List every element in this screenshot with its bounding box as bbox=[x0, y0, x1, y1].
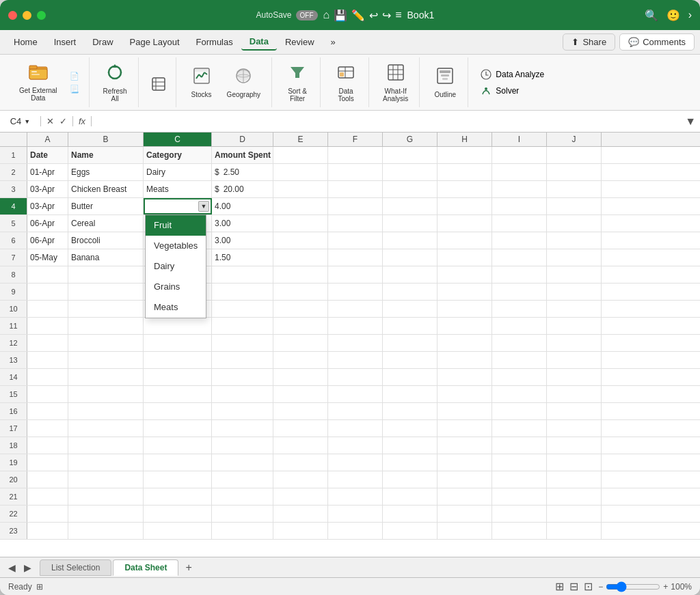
cell-g5[interactable] bbox=[383, 215, 438, 232]
cell-h5[interactable] bbox=[438, 215, 492, 232]
more-icon[interactable]: ≡ bbox=[395, 9, 401, 21]
cell-f4[interactable] bbox=[328, 198, 383, 215]
cell-reference[interactable]: C4 ▼ bbox=[0, 116, 41, 126]
cell-a7[interactable]: 05-May bbox=[27, 249, 68, 266]
cell-b4[interactable]: Butter bbox=[68, 198, 144, 215]
row-num-2[interactable]: 2 bbox=[0, 164, 27, 180]
dropdown-arrow[interactable]: ▼ bbox=[198, 201, 209, 212]
cell-i7[interactable] bbox=[492, 249, 547, 266]
cell-a4[interactable]: 03-Apr bbox=[27, 198, 68, 215]
menu-insert[interactable]: Insert bbox=[46, 34, 85, 50]
zoom-slider[interactable] bbox=[606, 581, 660, 592]
menu-page-layout[interactable]: Page Layout bbox=[122, 34, 188, 50]
cell-i1[interactable] bbox=[492, 147, 547, 163]
cell-d7[interactable]: 1.50 bbox=[212, 249, 273, 266]
row-num-7[interactable]: 7 bbox=[0, 249, 27, 266]
sheet-tab-list-selection[interactable]: List Selection bbox=[40, 559, 111, 576]
dropdown-item-meats[interactable]: Meats bbox=[146, 297, 206, 318]
cell-f1[interactable] bbox=[328, 147, 383, 163]
maximize-button[interactable] bbox=[37, 11, 46, 20]
menu-home[interactable]: Home bbox=[5, 34, 46, 50]
col-header-i[interactable]: I bbox=[492, 133, 547, 146]
col-header-c[interactable]: C bbox=[144, 133, 212, 146]
cell-g7[interactable] bbox=[383, 249, 438, 266]
cell-c2[interactable]: Dairy bbox=[144, 164, 212, 180]
data-tools-button[interactable]: DataTools bbox=[329, 60, 363, 105]
dropdown-item-vegetables[interactable]: Vegetables bbox=[146, 236, 206, 256]
cell-b5[interactable]: Cereal bbox=[68, 215, 144, 232]
col-header-b[interactable]: B bbox=[68, 133, 144, 146]
chevron-icon[interactable]: › bbox=[688, 9, 692, 21]
col-header-d[interactable]: D bbox=[212, 133, 273, 146]
col-header-j[interactable]: J bbox=[547, 133, 602, 146]
cell-ref-arrow[interactable]: ▼ bbox=[24, 118, 30, 125]
dropdown-item-fruit[interactable]: Fruit bbox=[146, 215, 206, 236]
cell-f7[interactable] bbox=[328, 249, 383, 266]
cell-b7[interactable]: Banana bbox=[68, 249, 144, 266]
search-icon[interactable]: 🔍 bbox=[645, 9, 658, 22]
save-icon[interactable]: 💾 bbox=[334, 9, 347, 22]
cell-g4[interactable] bbox=[383, 198, 438, 215]
menu-more[interactable]: » bbox=[323, 34, 344, 50]
formula-input[interactable] bbox=[92, 116, 681, 126]
cell-i2[interactable] bbox=[492, 164, 547, 180]
cell-i4[interactable] bbox=[492, 198, 547, 215]
menu-draw[interactable]: Draw bbox=[84, 34, 121, 50]
whatif-button[interactable]: What-IfAnalysis bbox=[377, 60, 414, 105]
cell-b2[interactable]: Eggs bbox=[68, 164, 144, 180]
cell-j4[interactable] bbox=[547, 198, 602, 215]
cell-j7[interactable] bbox=[547, 249, 602, 266]
col-header-g[interactable]: G bbox=[383, 133, 438, 146]
formula-expand-icon[interactable]: ▼ bbox=[681, 115, 700, 128]
minimize-button[interactable] bbox=[23, 11, 31, 20]
comments-button[interactable]: 💬 Comments bbox=[619, 33, 695, 51]
col-header-a[interactable]: A bbox=[27, 133, 68, 146]
cell-j5[interactable] bbox=[547, 215, 602, 232]
menu-data[interactable]: Data bbox=[241, 33, 277, 51]
zoom-in-icon[interactable]: + bbox=[663, 582, 668, 592]
sheet-nav-left[interactable]: ◀ bbox=[5, 561, 18, 575]
row-num-4[interactable]: 4 bbox=[0, 198, 27, 215]
queries-btn[interactable] bbox=[147, 75, 170, 93]
menu-review[interactable]: Review bbox=[277, 34, 323, 50]
cell-j2[interactable] bbox=[547, 164, 602, 180]
cell-e2[interactable] bbox=[273, 164, 328, 180]
redo-icon[interactable]: ↪ bbox=[382, 9, 391, 22]
cell-c3[interactable]: Meats bbox=[144, 181, 212, 197]
cell-h7[interactable] bbox=[438, 249, 492, 266]
undo-icon[interactable]: ↩ bbox=[369, 9, 378, 22]
cell-j1[interactable] bbox=[547, 147, 602, 163]
view-normal-icon[interactable]: ⊞ bbox=[555, 580, 564, 593]
sheet-tab-data-sheet[interactable]: Data Sheet bbox=[113, 559, 178, 576]
share-button[interactable]: ⬆ Share bbox=[563, 33, 615, 51]
cell-a1[interactable]: Date bbox=[27, 147, 68, 163]
row-num-5[interactable]: 5 bbox=[0, 215, 27, 232]
row-num-6[interactable]: 6 bbox=[0, 232, 27, 249]
cell-a6[interactable]: 06-Apr bbox=[27, 232, 68, 249]
cell-j3[interactable] bbox=[547, 181, 602, 197]
zoom-out-icon[interactable]: − bbox=[598, 582, 603, 592]
col-header-e[interactable]: E bbox=[273, 133, 328, 146]
cell-f2[interactable] bbox=[328, 164, 383, 180]
cell-g1[interactable] bbox=[383, 147, 438, 163]
stocks-button[interactable]: Stocks bbox=[185, 64, 219, 101]
cancel-formula-icon[interactable]: ✕ bbox=[46, 116, 54, 126]
cell-d1[interactable]: Amount Spent bbox=[212, 147, 273, 163]
cell-i5[interactable] bbox=[492, 215, 547, 232]
cell-i6[interactable] bbox=[492, 232, 547, 249]
autosave-toggle[interactable]: OFF bbox=[296, 10, 318, 20]
cell-a2[interactable]: 01-Apr bbox=[27, 164, 68, 180]
solver-button[interactable]: Solver bbox=[476, 84, 548, 98]
cell-e3[interactable] bbox=[273, 181, 328, 197]
cell-j6[interactable] bbox=[547, 232, 602, 249]
data-analyze-button[interactable]: Data Analyze bbox=[476, 68, 548, 81]
cell-d5[interactable]: 3.00 bbox=[212, 215, 273, 232]
cell-e5[interactable] bbox=[273, 215, 328, 232]
view-page-icon[interactable]: ⊟ bbox=[569, 580, 578, 593]
cell-e6[interactable] bbox=[273, 232, 328, 249]
sort-filter-button[interactable]: Sort &Filter bbox=[280, 60, 314, 105]
cell-h4[interactable] bbox=[438, 198, 492, 215]
cell-h3[interactable] bbox=[438, 181, 492, 197]
refresh-all-button[interactable]: RefreshAll bbox=[98, 60, 133, 105]
cell-c4[interactable]: ▼ Fruit Vegetables Dairy Grains Meats bbox=[144, 198, 212, 215]
